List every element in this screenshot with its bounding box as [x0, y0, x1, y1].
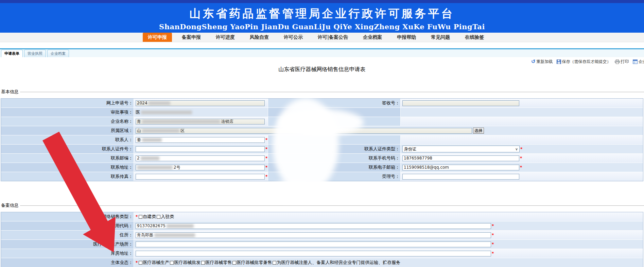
site-subtitle: ShanDongSheng YaoPin JianDu GuanLiJu QiY…	[0, 21, 644, 31]
checkbox-label-device-retail: 医疗器械零售	[205, 260, 232, 266]
credit-code-input[interactable]: 91370282675	[136, 223, 491, 229]
reload-button[interactable]: ↺ 重新加载	[531, 59, 553, 65]
production-site-label: 医疗器械生产场所：	[93, 241, 133, 247]
checkbox-device-retail[interactable]	[201, 261, 205, 265]
privacy-blur	[154, 233, 195, 237]
required-mark: *	[265, 165, 267, 170]
required-mark: *	[492, 233, 494, 237]
required-mark: *	[520, 165, 522, 170]
apply-no-label: 网上申请号：	[106, 100, 133, 106]
form-row: 联系人： 姜 *	[1, 135, 643, 144]
region-select-button[interactable]: 选择	[473, 128, 484, 134]
record-info-table: 医疗器械网络销售类型： * 自建类 入驻类 社会信用代码： 9137028267…	[1, 212, 643, 267]
mobile-label: 联系手机号码：	[369, 155, 400, 161]
required-mark: *	[520, 147, 522, 151]
print-button[interactable]: 打印	[615, 59, 629, 65]
approval-item-label: 审批事项：	[111, 109, 133, 115]
fax-input[interactable]	[136, 174, 265, 180]
tab-business-license[interactable]: 营业执照	[24, 50, 46, 57]
section-basic-info: 基本信息	[1, 89, 644, 95]
nav-item-online-verify[interactable]: 在线验签	[460, 33, 489, 42]
checkbox-device-wholesale[interactable]	[170, 261, 174, 265]
checkbox-label-self-built: 自建类	[143, 214, 156, 220]
mobile-input[interactable]: 18765987798	[402, 155, 519, 161]
nav-item-company-archive[interactable]: 企业档案	[358, 33, 387, 42]
tab-application-form[interactable]: 申请表单	[1, 50, 23, 57]
form-row: 社会信用代码： 91370282675 *	[1, 221, 643, 230]
required-mark: *	[492, 223, 494, 228]
required-mark: *	[265, 156, 267, 161]
reload-icon: ↺	[531, 60, 536, 64]
checkbox-platform-resident[interactable]	[157, 215, 160, 219]
checkbox-device-production[interactable]	[139, 261, 142, 265]
checkbox-label-transport-storage-service: 为医疗器械注册人、备案人和经营企业专门提供运输、贮存服务	[277, 260, 400, 266]
address-input[interactable]: 2号	[136, 165, 265, 170]
email-input[interactable]: 1159098518@qq.com	[402, 165, 519, 170]
main-nav: 许可申报 备案申报 许可进度 风险自查 许可公示 许可|备案公告 企业档案 申报…	[0, 33, 644, 42]
tab-company-archive[interactable]: 企业档案	[47, 50, 69, 57]
basic-info-table: 网上申请号： 2024 签收号： 审批事项： 医 企业名称： 青 连锁店	[1, 98, 643, 181]
contact-id-type-select[interactable]: 身份证 ∨	[402, 146, 520, 152]
top-stripe	[0, 0, 644, 3]
form-row: 联系人证件号： * 联系人证件类型： 身份证 ∨ *	[1, 144, 643, 153]
required-mark: *	[136, 214, 138, 219]
nav-item-license-progress[interactable]: 许可进度	[211, 33, 240, 42]
checkbox-label-platform-resident: 入驻类	[161, 214, 174, 220]
privacy-blur	[268, 180, 325, 201]
save-button[interactable]: 保存（需保存后才能提交）	[557, 59, 611, 65]
nav-item-license-publicity[interactable]: 许可公示	[279, 33, 308, 42]
form-row: 主体业态： * 医疗器械生产 医疗器械批发 医疗器械零售 医疗器械批零兼售 为医…	[1, 258, 643, 267]
nav-item-record-apply[interactable]: 备案申报	[177, 33, 206, 42]
nav-item-apply-help[interactable]: 申报帮助	[392, 33, 421, 42]
company-name-input[interactable]: 青 连锁店	[136, 119, 265, 124]
nav-item-license-apply[interactable]: 许可申报	[143, 33, 172, 42]
contact-id-no-label: 联系人证件号：	[102, 146, 133, 152]
required-mark: *	[520, 156, 522, 161]
reload-label: 重新加载	[537, 59, 553, 65]
production-site-input[interactable]	[136, 241, 491, 247]
window-grid-icon	[633, 60, 638, 64]
warehouse-input[interactable]	[136, 251, 491, 256]
sign-no-input[interactable]	[402, 100, 519, 106]
approval-item-value: 医	[136, 109, 140, 115]
checkbox-device-wholesale-retail[interactable]	[232, 261, 236, 265]
region-input[interactable]: 山 区	[136, 128, 472, 134]
residence-input[interactable]: 青岛即墨	[136, 232, 491, 238]
required-mark: *	[492, 251, 494, 256]
form-row: 医疗器械生产场所： *	[1, 239, 643, 249]
zip-input[interactable]: 2	[136, 155, 265, 161]
nav-item-faq[interactable]: 常见问题	[426, 33, 455, 42]
zip-label: 联系邮编：	[111, 155, 133, 161]
apply-no-input[interactable]: 2024	[136, 100, 265, 106]
company-archive-button[interactable]: 企业档案	[633, 59, 644, 65]
contact-label: 联系人：	[115, 137, 133, 143]
required-mark: *	[492, 242, 494, 247]
chevron-down-icon: ∨	[515, 147, 518, 151]
form-row: 所属区域： 山 区 选择	[1, 126, 643, 135]
form-row: 企业名称： 青 连锁店	[1, 117, 643, 126]
privacy-blur	[167, 224, 194, 228]
email-label: 联系电子邮箱：	[369, 164, 400, 170]
form-row: 联系传真： * 受理号：	[1, 172, 643, 181]
privacy-blur	[142, 120, 220, 123]
nav-item-risk-selfcheck[interactable]: 风险自查	[245, 33, 274, 42]
section-record-info: 备案信息	[1, 203, 644, 208]
tab-strip: 申请表单 营业执照 企业档案	[0, 49, 644, 57]
checkbox-self-built[interactable]	[139, 215, 142, 219]
contact-id-no-input[interactable]	[136, 146, 265, 152]
checkbox-transport-storage-service[interactable]	[273, 261, 276, 265]
form-row: 联系邮编： 2 * 联系手机号码： 18765987798 *	[1, 153, 643, 163]
form-toolbar: ↺ 重新加载 保存（需保存后才能提交） 打印 企业档案	[531, 58, 644, 65]
privacy-blur	[141, 111, 192, 114]
nav-item-license-record-announce[interactable]: 许可|备案公告	[313, 33, 353, 42]
contact-id-type-label: 联系人证件类型：	[364, 146, 400, 152]
accept-no-input[interactable]	[402, 174, 519, 180]
form-row: 库房地址： *	[1, 249, 643, 258]
credit-code-label: 社会信用代码：	[102, 223, 133, 229]
address-label: 联系地址：	[111, 164, 133, 170]
form-row: 审批事项： 医	[1, 107, 643, 117]
save-label: 保存（需保存后才能提交）	[562, 59, 611, 65]
contact-input[interactable]: 姜	[136, 137, 265, 143]
required-mark: *	[136, 260, 138, 265]
site-header: 山东省药品监督管理局企业行政许可服务平台 ShanDongSheng YaoPi…	[0, 3, 644, 33]
